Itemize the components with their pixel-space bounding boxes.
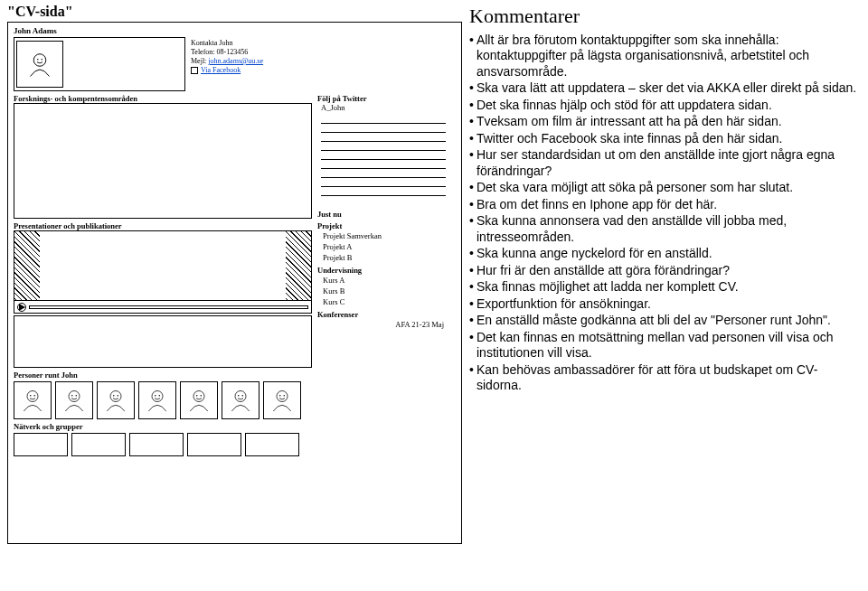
twitter-label: Följ på Twitter xyxy=(317,94,449,103)
comment-item: Hur fri är den anställde att göra föränd… xyxy=(469,263,859,279)
teaching-label: Undervisning xyxy=(317,266,449,275)
facebook-link[interactable]: Via Facebook xyxy=(201,66,241,74)
comment-item: Ska kunna annonsera vad den anställde vi… xyxy=(469,213,859,245)
svg-point-1 xyxy=(37,59,39,61)
svg-point-2 xyxy=(42,59,43,61)
person-thumb[interactable] xyxy=(263,381,301,419)
svg-point-8 xyxy=(76,395,78,397)
network-item[interactable] xyxy=(245,433,299,456)
comments-title: Kommentarer xyxy=(469,4,859,29)
conference-label: Konferenser xyxy=(317,310,449,319)
research-box xyxy=(14,103,312,219)
person-thumb[interactable] xyxy=(97,381,135,419)
comment-item: Det ska vara möjligt att söka på persone… xyxy=(469,180,859,196)
person-thumb[interactable] xyxy=(55,381,93,419)
person-thumb[interactable] xyxy=(138,381,176,419)
comment-item: Ska finnas möjlighet att ladda ner kompl… xyxy=(469,279,859,296)
svg-point-5 xyxy=(34,395,36,397)
contact-email-label: Mejl: xyxy=(191,57,206,65)
comment-item: Bra om det finns en Iphone app för det h… xyxy=(469,197,859,213)
avatar-banner xyxy=(14,37,185,91)
svg-point-20 xyxy=(242,395,244,397)
svg-point-12 xyxy=(152,391,163,402)
comment-item: Exportfunktion för ansökningar. xyxy=(469,296,859,313)
network-item[interactable] xyxy=(187,433,241,456)
comment-item: Allt är bra förutom kontaktuppgifter som… xyxy=(469,33,859,80)
network-item[interactable] xyxy=(14,433,68,456)
email-link[interactable]: john.adams@uu.se xyxy=(208,57,263,65)
svg-point-3 xyxy=(27,391,38,402)
page-title: "CV-sida" xyxy=(7,4,462,20)
project-label: Projekt xyxy=(317,221,449,230)
comment-item: Tveksam om film är intressant att ha på … xyxy=(469,114,859,130)
svg-point-7 xyxy=(71,395,73,397)
svg-point-18 xyxy=(235,391,246,402)
svg-point-22 xyxy=(279,395,281,397)
comment-item: Twitter och Facebook ska inte finnas på … xyxy=(469,131,859,147)
now-label: Just nu xyxy=(317,210,449,219)
facebook-checkbox[interactable] xyxy=(191,67,198,74)
svg-point-13 xyxy=(155,395,156,397)
svg-point-4 xyxy=(30,395,32,397)
svg-point-19 xyxy=(238,395,240,397)
publications-box xyxy=(14,315,312,368)
comment-item: En anställd måste godkänna att bli del a… xyxy=(469,313,859,329)
list-item[interactable]: Kurs A xyxy=(317,275,449,286)
contact-title: Kontakta John xyxy=(191,39,317,48)
svg-point-23 xyxy=(284,395,286,397)
comments-panel: Kommentarer Allt är bra förutom kontaktu… xyxy=(466,0,868,591)
comment-item: Ska kunna ange nyckelord för en anställd… xyxy=(469,246,859,262)
comment-item: Hur ser standardsidan ut om den anställd… xyxy=(469,147,859,179)
video-player xyxy=(14,230,312,314)
network-item[interactable] xyxy=(129,433,184,456)
face-icon xyxy=(26,51,53,78)
people-label: Personer runt John xyxy=(14,371,312,380)
svg-point-0 xyxy=(33,54,46,67)
svg-point-17 xyxy=(201,395,203,397)
svg-point-21 xyxy=(277,391,288,402)
twitter-handle: A_John xyxy=(317,103,449,112)
svg-point-14 xyxy=(159,395,161,397)
svg-point-16 xyxy=(196,395,198,397)
list-item[interactable]: Projekt B xyxy=(317,252,449,263)
wireframe-canvas: John Adams Kontakta John Telefon: 08- xyxy=(7,22,462,544)
comment-item: Kan behövas ambassadörer för att föra ut… xyxy=(469,362,859,394)
network-item[interactable] xyxy=(71,433,126,456)
list-item[interactable]: Kurs C xyxy=(317,296,449,307)
person-thumb[interactable] xyxy=(222,381,259,419)
svg-point-11 xyxy=(118,395,119,397)
list-item[interactable]: Projekt A xyxy=(317,241,449,252)
svg-point-9 xyxy=(110,391,121,402)
list-item[interactable]: Kurs B xyxy=(317,286,449,296)
play-button[interactable] xyxy=(17,303,26,312)
svg-point-15 xyxy=(193,391,204,402)
person-thumb[interactable] xyxy=(180,381,218,419)
list-item[interactable]: Projekt Samverkan xyxy=(317,230,449,241)
twitter-feed xyxy=(317,112,449,207)
comment-item: Ska vara lätt att uppdatera – sker det v… xyxy=(469,80,859,97)
contact-block: Kontakta John Telefon: 08-123456 Mejl: j… xyxy=(191,37,317,91)
comment-item: Det ska finnas hjälp och stöd för att up… xyxy=(469,98,859,114)
avatar-photo xyxy=(16,41,63,88)
person-name: John Adams xyxy=(14,26,456,35)
network-label: Nätverk och grupper xyxy=(14,422,312,431)
presentations-label: Presentationer och publikationer xyxy=(14,221,312,230)
research-label: Forsknings- och kompentensområden xyxy=(14,94,312,103)
svg-point-6 xyxy=(69,391,80,402)
contact-phone: Telefon: 08-123456 xyxy=(191,48,317,57)
person-thumb[interactable] xyxy=(14,381,52,419)
svg-point-10 xyxy=(113,395,115,397)
progress-bar[interactable] xyxy=(29,305,308,309)
list-item[interactable]: AFA 21-23 Maj xyxy=(317,319,449,330)
network-row xyxy=(14,433,312,456)
comment-item: Det kan finnas en motsättning mellan vad… xyxy=(469,330,859,361)
people-row xyxy=(14,381,312,419)
play-icon xyxy=(19,304,25,311)
